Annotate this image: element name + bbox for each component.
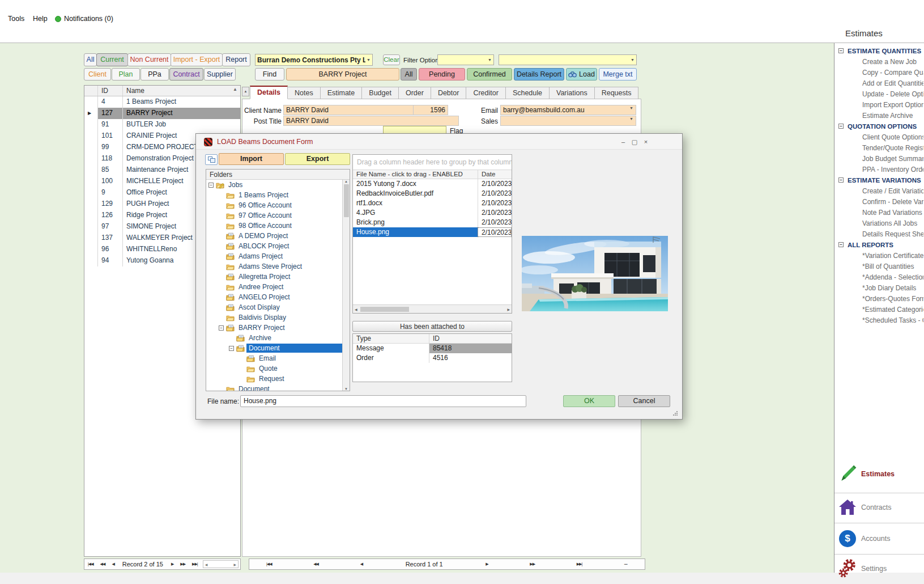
filter-import-export-button[interactable]: Import - Export xyxy=(171,53,223,66)
attached-table-header[interactable]: Type ID xyxy=(353,334,512,344)
type-column-header[interactable]: Type xyxy=(353,334,429,343)
scrollbar-thumb[interactable] xyxy=(344,184,349,217)
file-name-column-header[interactable]: File Name - click to drag - ENABLED xyxy=(353,170,478,179)
file-row[interactable]: 2015 Yutong 7.docx2/10/2023 xyxy=(353,179,512,189)
collapse-section-icon[interactable]: − xyxy=(838,48,844,53)
file-row[interactable]: 4.JPG2/10/2023 xyxy=(353,208,512,218)
scrollbar-thumb[interactable] xyxy=(360,307,409,312)
tab-order[interactable]: Order xyxy=(398,87,431,99)
sidebar-item[interactable]: *Variation Certificate xyxy=(835,250,923,261)
filter-non-current-button[interactable]: Non Current xyxy=(127,53,171,66)
attached-row[interactable]: Order4516 xyxy=(353,353,512,363)
status-confirmed-button[interactable]: Confirmed xyxy=(467,68,512,81)
import-tab-button[interactable]: Import xyxy=(219,153,284,165)
sidebar-item[interactable]: *Addenda - Selection xyxy=(835,272,923,282)
filter-current-button[interactable]: Current xyxy=(96,53,128,66)
scroll-right-icon[interactable]: ▶ xyxy=(232,562,238,566)
filter-option-select-2[interactable]: ▼ xyxy=(499,54,637,65)
filter-report-button[interactable]: Report xyxy=(222,53,250,66)
client-name-field[interactable]: BARRY David xyxy=(283,105,414,115)
group-by-hint[interactable]: Drag a column header here to group by th… xyxy=(353,155,512,170)
menu-notifications[interactable]: Notifications (0) xyxy=(64,15,113,23)
file-row[interactable]: Brick.png2/10/2023 xyxy=(353,218,512,227)
tab-details[interactable]: Details xyxy=(250,86,288,99)
folder-tree-item[interactable]: 96 Office Account xyxy=(206,200,342,210)
filter-all-button[interactable]: All xyxy=(84,53,97,66)
fast-next-icon[interactable]: ▶▶ xyxy=(177,562,189,566)
scroll-left-icon[interactable]: ◀ xyxy=(203,562,210,566)
client-number-field[interactable]: 1596 xyxy=(413,105,448,115)
file-row[interactable]: rtf1.docx2/10/2023 xyxy=(353,198,512,208)
last-record-icon[interactable]: ▶▶| xyxy=(189,562,201,566)
menu-tools[interactable]: Tools xyxy=(8,15,24,23)
sidebar-item[interactable]: Create a New Job xyxy=(835,56,923,67)
sidebar-item[interactable]: *Scheduled Tasks - Ca xyxy=(835,315,923,325)
plan-button[interactable]: Plan xyxy=(112,68,140,81)
collapse-node-icon[interactable]: − xyxy=(229,346,234,351)
folder-tree-item[interactable]: −BARRY Project xyxy=(206,323,342,333)
folder-tree-item[interactable]: Allegretta Project xyxy=(206,272,342,282)
file-name-input[interactable]: House.png xyxy=(240,395,526,407)
collapse-node-icon[interactable]: − xyxy=(219,325,224,331)
scroll-down-icon[interactable]: ▼ xyxy=(344,387,348,391)
sidebar-item[interactable]: Client Quote Options xyxy=(835,132,923,142)
date-column-header[interactable]: Date xyxy=(478,170,512,179)
sales-field[interactable]: ▼ xyxy=(500,116,636,126)
tree-vertical-scrollbar[interactable]: ▲ ▼ xyxy=(342,180,350,391)
collapse-section-icon[interactable]: − xyxy=(838,242,844,247)
find-button[interactable]: Find xyxy=(255,68,284,81)
company-select[interactable]: Burran Demo Constructions Pty Ltd ▼ xyxy=(255,54,373,66)
menu-help[interactable]: Help xyxy=(33,15,48,23)
sidebar-section[interactable]: −QUOTATION OPTIONS xyxy=(835,121,923,132)
scroll-left-icon[interactable]: ◀ xyxy=(353,307,359,311)
sidebar-item[interactable]: Import Export Options xyxy=(835,99,923,110)
tab-debtor[interactable]: Debtor xyxy=(431,87,467,99)
maximize-icon[interactable]: ▢ xyxy=(630,138,639,146)
fast-previous-icon[interactable]: ◀◀ xyxy=(97,562,109,566)
sidebar-item[interactable]: *Orders-Quotes Form xyxy=(835,293,923,304)
sidebar-item[interactable]: Note Pad Variations xyxy=(835,207,923,218)
collapse-section-icon[interactable]: − xyxy=(838,177,844,183)
tab-schedule[interactable]: Schedule xyxy=(505,87,550,99)
table-row[interactable]: 91BUTLER Job xyxy=(84,119,240,130)
nav-contracts[interactable]: Contracts xyxy=(837,495,923,520)
sidebar-section[interactable]: −ESTIMATE VARIATIONS xyxy=(835,175,923,185)
previous-record-icon[interactable]: ◀ xyxy=(357,562,366,566)
scroll-up-icon[interactable]: ▲ xyxy=(344,180,348,183)
folder-tree-item[interactable]: Email xyxy=(206,353,342,363)
dialog-title-bar[interactable]: LOAD Beams Document Form – ▢ × xyxy=(196,134,682,150)
tab-requests[interactable]: Requests xyxy=(594,87,639,99)
scroll-right-icon[interactable]: ▶ xyxy=(505,307,512,311)
sidebar-item[interactable]: Details Request Sheet xyxy=(835,228,923,239)
folder-tree-item[interactable]: Quote xyxy=(206,363,342,374)
sidebar-item[interactable]: Tender/Quote Registe xyxy=(835,142,923,153)
project-name-field[interactable]: BARRY Project xyxy=(286,68,399,81)
file-list-header[interactable]: File Name - click to drag - ENABLED Date xyxy=(353,170,512,179)
email-field[interactable]: barry@beamsbuild.com.au ▼ xyxy=(500,105,636,115)
id-column-header[interactable]: ID xyxy=(429,334,512,343)
name-column-header[interactable]: Name▲ xyxy=(123,86,240,96)
folder-tree-item[interactable]: ABLOCK Project xyxy=(206,241,342,251)
folder-tree-item[interactable]: −Jobs xyxy=(206,180,342,190)
nav-accounts[interactable]: $ Accounts xyxy=(837,526,923,551)
job-table-header[interactable]: ID Name▲ xyxy=(84,86,240,96)
sidebar-item[interactable]: *Estimated Categorie xyxy=(835,304,923,315)
status-all-button[interactable]: All xyxy=(401,68,417,81)
sidebar-item[interactable]: Add or Edit Quantities xyxy=(835,78,923,88)
table-row[interactable]: ▶127BARRY Project xyxy=(84,108,240,119)
folder-tree-item[interactable]: 1 Beams Project xyxy=(206,190,342,200)
nav-settings[interactable]: Settings xyxy=(837,556,923,581)
sidebar-item[interactable]: *Job Diary Details xyxy=(835,282,923,293)
client-button[interactable]: Client xyxy=(84,68,111,81)
tab-notes[interactable]: Notes xyxy=(287,87,321,99)
folder-tree-item[interactable]: Adams Project xyxy=(206,251,342,261)
collapse-navigator-icon[interactable]: − xyxy=(620,560,631,568)
post-title-field[interactable]: BARRY David xyxy=(283,116,459,126)
folder-tree-item[interactable]: Andree Project xyxy=(206,282,342,292)
sidebar-item[interactable]: Job Budget Summary xyxy=(835,153,923,164)
cancel-button[interactable]: Cancel xyxy=(618,395,670,407)
folder-tree-item[interactable]: 98 Office Account xyxy=(206,221,342,231)
last-record-icon[interactable]: ▶▶| xyxy=(573,562,586,566)
folder-tree-item[interactable]: Request xyxy=(206,374,342,384)
folder-tree-item[interactable]: −Document xyxy=(206,343,342,353)
